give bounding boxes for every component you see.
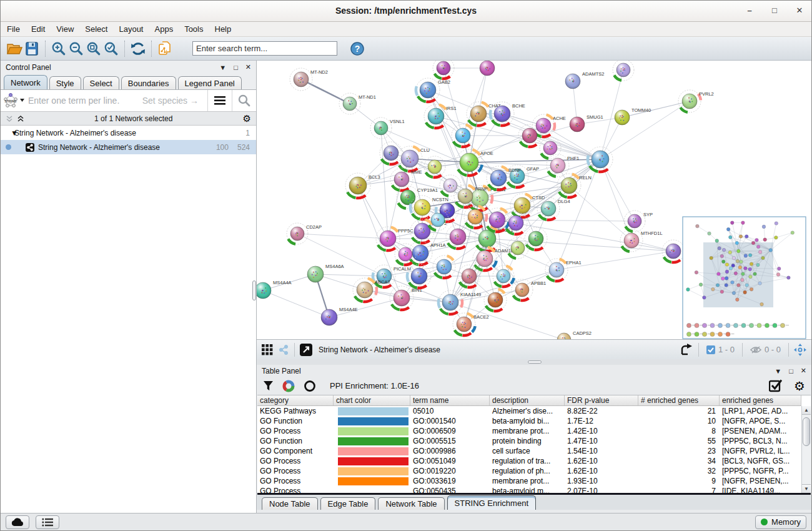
column-header-enriched-genes[interactable]: # enriched genes — [638, 395, 720, 405]
column-header-category[interactable]: category — [257, 395, 334, 405]
network-node[interactable] — [480, 61, 495, 76]
menu-view[interactable]: View — [56, 24, 74, 34]
column-header-enriched-genes[interactable]: enriched genes — [720, 395, 801, 405]
menu-help[interactable]: Help — [215, 24, 232, 34]
network-node-dlg4[interactable]: DLG4 — [537, 197, 570, 220]
network-node-cd2ap[interactable]: CD2AP — [287, 223, 322, 244]
tab-legend-panel[interactable]: Legend Panel — [178, 76, 242, 89]
network-node-abca7[interactable]: ABCA7 — [353, 278, 390, 302]
scroll-up-arrow[interactable]: ▲ — [802, 406, 811, 415]
search-input[interactable] — [192, 41, 337, 56]
tab-string-enrichment[interactable]: STRING Enrichment — [447, 495, 536, 510]
horizontal-splitter[interactable] — [257, 359, 811, 365]
zoom-selected-icon[interactable] — [102, 40, 120, 57]
zoom-fit-icon[interactable] — [85, 40, 102, 57]
network-node-mthfd1l[interactable]: MTHFD1L — [620, 229, 663, 252]
table-row[interactable]: GO ProcessGO:0050435beta-amyloid m...2.0… — [257, 486, 801, 493]
tab-boundaries[interactable]: Boundaries — [121, 76, 176, 89]
network-node-mt-nd2[interactable]: MT-ND2 — [290, 68, 328, 91]
network-node-epha1[interactable]: EPHA1 — [545, 259, 582, 281]
network-node[interactable] — [525, 227, 547, 250]
network-node-gab2[interactable]: GAB2 — [416, 78, 450, 102]
network-node-adamts2[interactable]: ADAMTS2 — [565, 71, 604, 89]
navigator-icon[interactable] — [794, 344, 806, 356]
string-search-icon[interactable] — [232, 90, 256, 111]
network-node-ache[interactable]: ACHE — [532, 114, 566, 137]
vertical-splitter-handle[interactable] — [252, 280, 256, 300]
help-icon[interactable]: ? — [349, 40, 366, 57]
network-node[interactable] — [380, 142, 402, 164]
table-row[interactable]: GO FunctionGO:0001540beta-amyloid bi...1… — [257, 416, 801, 426]
network-node[interactable] — [433, 61, 454, 79]
network-node-pvrl2[interactable]: PVRL2 — [678, 90, 714, 112]
close-button[interactable]: ✕ — [794, 4, 805, 16]
open-session-icon[interactable] — [6, 40, 23, 57]
table-row[interactable]: GO ComponentGO:0009986cell surface1.54E-… — [257, 446, 801, 456]
network-node-kiaa1149[interactable]: KIAA1149 — [438, 290, 481, 314]
ring-chart-icon[interactable] — [304, 380, 316, 392]
string-logo-icon[interactable]: STRING — [1, 92, 26, 109]
network-node-cadps2[interactable]: CADPS2 — [557, 330, 592, 339]
cloud-button[interactable] — [6, 515, 29, 529]
table-row[interactable]: GO ProcessGO:0006509membrane prot...1.42… — [257, 426, 801, 436]
collapse-all-icon[interactable] — [6, 115, 13, 122]
menu-select[interactable]: Select — [85, 24, 107, 34]
share-view-icon[interactable] — [278, 344, 289, 355]
panel-menu-icon[interactable]: ▼ — [219, 64, 226, 71]
save-session-icon[interactable] — [23, 40, 41, 57]
menu-edit[interactable]: Edit — [31, 24, 45, 34]
menu-tools[interactable]: Tools — [184, 24, 203, 34]
network-node[interactable] — [613, 61, 634, 81]
panel-float-icon[interactable]: □ — [234, 64, 238, 71]
memory-button[interactable]: Memory — [755, 515, 806, 529]
network-node-tomm40[interactable]: TOMM40 — [615, 107, 651, 125]
scroll-down-arrow[interactable]: ▼ — [802, 484, 811, 493]
task-list-button[interactable] — [36, 515, 59, 529]
maximize-button[interactable]: □ — [769, 4, 780, 16]
tab-network-table[interactable]: Network Table — [378, 497, 444, 510]
network-node-apbb1[interactable]: APBB1 — [512, 279, 546, 300]
table-vertical-scrollbar[interactable]: ▲ ▼ — [801, 406, 811, 493]
network-tree-row[interactable]: ▼String Network - Alzheimer's disease1 — [1, 126, 256, 140]
scrollbar-thumb[interactable] — [803, 417, 810, 446]
network-node[interactable] — [433, 256, 455, 278]
tab-edge-table[interactable]: Edge Table — [320, 497, 376, 510]
menu-layout[interactable]: Layout — [119, 24, 143, 34]
column-header-fdr-p-value[interactable]: FDR p-value — [565, 395, 638, 405]
menu-file[interactable]: File — [7, 24, 20, 34]
table-settings-gear-icon[interactable]: ⚙ — [794, 379, 805, 394]
export-network-icon[interactable] — [680, 344, 693, 356]
zoom-in-icon[interactable] — [50, 40, 67, 57]
table-row[interactable]: GO ProcessGO:0033619membrane prot...1.93… — [257, 476, 801, 486]
network-node-ms4a4e[interactable]: MS4A4E — [321, 307, 358, 325]
network-gear-icon[interactable]: ⚙ — [243, 113, 251, 124]
tab-network[interactable]: Network — [4, 75, 47, 89]
tab-style[interactable]: Style — [49, 76, 81, 89]
open-in-window-icon[interactable] — [300, 344, 312, 356]
string-options-icon[interactable] — [208, 90, 232, 111]
column-header-chart-color[interactable]: chart color — [334, 395, 410, 405]
table-panel-close-icon[interactable]: ✕ — [801, 367, 806, 375]
tab-node-table[interactable]: Node Table — [262, 497, 318, 510]
column-header-term-name[interactable]: term name — [410, 395, 490, 405]
minimize-button[interactable]: – — [744, 4, 755, 16]
table-panel-menu-icon[interactable]: ▼ — [775, 367, 781, 375]
clone-network-icon[interactable] — [156, 40, 174, 57]
network-node[interactable] — [588, 147, 613, 172]
network-node[interactable] — [427, 209, 448, 231]
filter-icon[interactable] — [263, 380, 274, 391]
network-node-mt-nd1[interactable]: MT-ND1 — [339, 93, 376, 114]
network-node-syp[interactable]: SYP — [624, 211, 653, 232]
zoom-out-icon[interactable] — [67, 40, 85, 57]
column-header-description[interactable]: description — [490, 395, 565, 405]
table-row[interactable]: GO FunctionGO:0005515protein binding1.47… — [257, 436, 801, 446]
expand-all-icon[interactable] — [17, 115, 24, 122]
tab-select[interactable]: Select — [83, 76, 119, 89]
table-row[interactable]: KEGG Pathways05010Alzheimer's dise...8.8… — [257, 406, 801, 416]
select-terms-icon[interactable] — [769, 379, 783, 393]
network-node[interactable] — [484, 289, 507, 311]
network-node-ms4a6a[interactable]: MS4A6A — [307, 264, 344, 282]
panel-close-icon[interactable]: ✕ — [245, 63, 251, 71]
horizontal-splitter-handle[interactable] — [528, 360, 542, 364]
grid-view-icon[interactable] — [262, 344, 273, 355]
